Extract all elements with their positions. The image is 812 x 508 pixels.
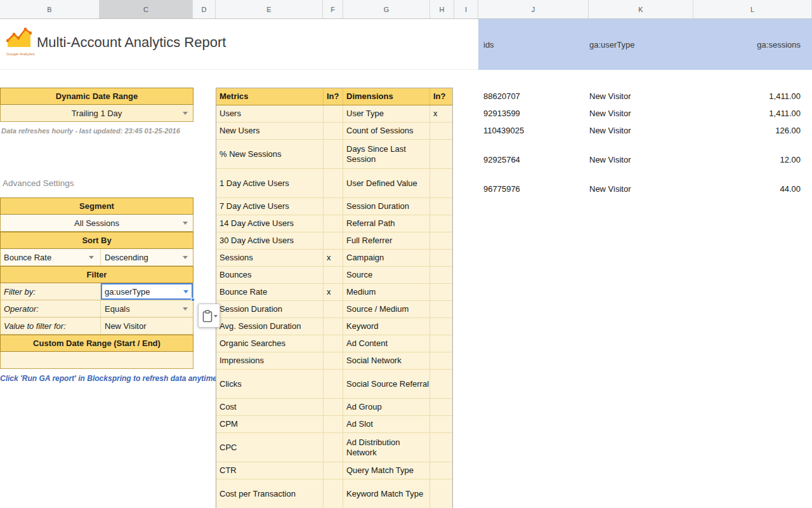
cell-ids[interactable]: 110439025: [483, 122, 524, 139]
metric-cell[interactable]: CPC: [216, 433, 324, 462]
metric-in-cell[interactable]: [324, 352, 343, 369]
metric-in-cell[interactable]: [324, 479, 343, 508]
dimension-cell[interactable]: Social Network: [343, 352, 430, 369]
metric-in-cell[interactable]: [324, 318, 343, 335]
dimension-in-cell[interactable]: [430, 232, 452, 249]
dimension-in-cell[interactable]: [430, 352, 452, 369]
metric-in-cell[interactable]: [324, 370, 343, 398]
dimension-cell[interactable]: Days Since Last Session: [343, 140, 430, 168]
segment-dropdown[interactable]: All Sessions: [0, 215, 193, 232]
cell-ids[interactable]: 92913599: [483, 105, 520, 122]
dimension-cell[interactable]: Session Duration: [343, 198, 430, 215]
metric-cell[interactable]: 1 Day Active Users: [216, 169, 324, 197]
cell-sessions[interactable]: 1,411.00: [769, 88, 801, 105]
dimension-cell[interactable]: Medium: [343, 284, 430, 300]
column-header-J[interactable]: J: [478, 0, 589, 18]
dimension-in-cell[interactable]: [430, 318, 452, 335]
dimension-cell[interactable]: Source / Medium: [343, 301, 430, 318]
metric-cell[interactable]: CPM: [216, 416, 324, 432]
cell-ids[interactable]: 96775976: [483, 168, 520, 197]
operator-dropdown[interactable]: Equals: [100, 300, 193, 317]
dimension-in-cell[interactable]: [430, 123, 452, 139]
dimension-cell[interactable]: Referral Path: [343, 215, 430, 232]
paste-button[interactable]: [198, 304, 220, 328]
dimension-in-cell[interactable]: [430, 370, 452, 398]
sort-field-dropdown[interactable]: Bounce Rate: [1, 249, 100, 265]
cell-usertype[interactable]: New Visitor: [589, 122, 631, 139]
column-header-I[interactable]: I: [454, 0, 478, 18]
blockspring-link[interactable]: Click 'Run GA report' in Blockspring to …: [0, 369, 228, 398]
dimension-cell[interactable]: Keyword Match Type: [343, 479, 430, 508]
dimension-in-cell[interactable]: [430, 479, 452, 508]
metric-in-cell[interactable]: [324, 416, 343, 432]
dimension-cell[interactable]: Ad Group: [343, 399, 430, 415]
metric-in-cell[interactable]: [324, 169, 343, 197]
cell-sessions[interactable]: 1,411.00: [769, 105, 801, 122]
dimension-cell[interactable]: Campaign: [343, 250, 430, 266]
metric-cell[interactable]: Avg. Session Duration: [216, 318, 324, 335]
dimension-in-cell[interactable]: [430, 399, 452, 415]
cell-usertype[interactable]: New Visitor: [589, 139, 631, 168]
column-header-C[interactable]: C: [100, 0, 193, 18]
metric-cell[interactable]: Cost per Transaction: [216, 479, 324, 508]
metric-cell[interactable]: Clicks: [216, 370, 324, 398]
column-header-D[interactable]: D: [193, 0, 216, 18]
sort-direction-dropdown[interactable]: Descending: [100, 249, 193, 265]
metric-in-cell[interactable]: [324, 140, 343, 168]
dimension-in-cell[interactable]: [430, 416, 452, 432]
date-range-dropdown[interactable]: Trailing 1 Day: [0, 105, 193, 122]
column-header-F[interactable]: F: [323, 0, 343, 18]
metric-cell[interactable]: Bounce Rate: [216, 284, 324, 300]
column-header-L[interactable]: L: [693, 0, 812, 18]
dimension-in-cell[interactable]: [430, 433, 452, 462]
column-header-H[interactable]: H: [430, 0, 454, 18]
metric-cell[interactable]: Session Duration: [216, 301, 324, 318]
metric-cell[interactable]: 7 Day Active Users: [216, 198, 324, 215]
dimension-in-cell[interactable]: [430, 284, 452, 300]
metric-cell[interactable]: Cost: [216, 399, 324, 415]
fill-handle[interactable]: [191, 298, 195, 302]
metric-in-cell[interactable]: [324, 335, 343, 352]
dimension-in-cell[interactable]: [430, 140, 452, 168]
metric-cell[interactable]: Bounces: [216, 267, 324, 283]
metric-in-cell[interactable]: [324, 399, 343, 415]
dimension-in-cell[interactable]: [430, 462, 452, 479]
metric-in-cell[interactable]: [324, 215, 343, 232]
filter-by-cell[interactable]: ga:userType: [100, 283, 193, 300]
metric-in-cell[interactable]: [324, 198, 343, 215]
chevron-down-icon[interactable]: [214, 315, 218, 318]
cell-ids[interactable]: 92925764: [483, 139, 520, 168]
dimension-cell[interactable]: Source: [343, 267, 430, 283]
dimension-in-cell[interactable]: [430, 215, 452, 232]
filter-value-cell[interactable]: New Visitor: [100, 318, 193, 334]
metric-in-cell[interactable]: [324, 232, 343, 249]
dimension-in-cell[interactable]: [430, 335, 452, 352]
metric-in-cell[interactable]: x: [324, 284, 343, 300]
metric-cell[interactable]: Impressions: [216, 352, 324, 369]
dimension-cell[interactable]: Keyword: [343, 318, 430, 335]
metric-in-cell[interactable]: [324, 433, 343, 462]
metric-cell[interactable]: CTR: [216, 462, 324, 479]
cell-sessions[interactable]: 126.00: [775, 122, 801, 139]
dimension-in-cell[interactable]: x: [430, 105, 452, 122]
cell-usertype[interactable]: New Visitor: [589, 88, 631, 105]
dimension-cell[interactable]: Query Match Type: [343, 462, 430, 479]
dimension-in-cell[interactable]: [430, 250, 452, 266]
cell-sessions[interactable]: 44.00: [780, 168, 801, 197]
dimension-in-cell[interactable]: [430, 198, 452, 215]
metric-cell[interactable]: % New Sessions: [216, 140, 324, 168]
column-header-E[interactable]: E: [216, 0, 323, 18]
metric-cell[interactable]: 14 Day Active Users: [216, 215, 324, 232]
cell-usertype[interactable]: New Visitor: [589, 168, 631, 197]
dimension-in-cell[interactable]: [430, 301, 452, 318]
column-header-K[interactable]: K: [589, 0, 693, 18]
metric-cell[interactable]: Sessions: [216, 250, 324, 266]
metric-cell[interactable]: 30 Day Active Users: [216, 232, 324, 249]
metric-in-cell[interactable]: [324, 301, 343, 318]
metric-in-cell[interactable]: x: [324, 250, 343, 266]
metric-in-cell[interactable]: [324, 105, 343, 122]
dimension-cell[interactable]: Ad Slot: [343, 416, 430, 432]
dimension-cell[interactable]: User Defined Value: [343, 169, 430, 197]
dimension-cell[interactable]: Count of Sessions: [343, 123, 430, 139]
metric-in-cell[interactable]: [324, 462, 343, 479]
